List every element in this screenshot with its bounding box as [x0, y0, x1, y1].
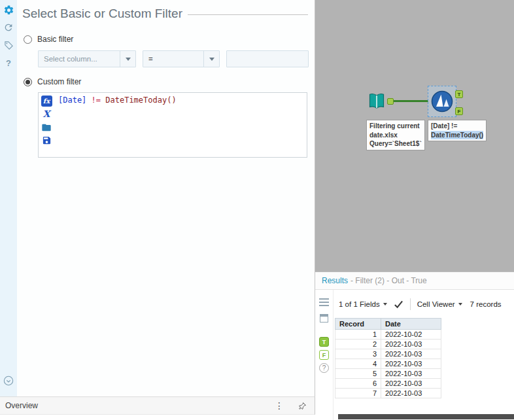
tag-icon[interactable]: [2, 39, 15, 52]
record-cell[interactable]: 4: [335, 359, 381, 369]
input-data-tool[interactable]: [366, 91, 387, 112]
true-output-anchor[interactable]: T: [455, 90, 463, 98]
filter-tool-icon: [430, 90, 454, 113]
true-anchor-label: T: [458, 92, 461, 97]
results-icon-strip: T F ?: [315, 290, 334, 420]
column-header-record[interactable]: Record: [335, 319, 381, 330]
folder-icon[interactable]: [41, 122, 52, 133]
basic-filter-label: Basic filter: [37, 35, 73, 44]
config-body: Select Basic or Custom Filter Basic filt…: [17, 0, 315, 396]
x-glyph: X: [43, 109, 50, 119]
chevron-down-icon: [383, 303, 387, 306]
cell-viewer-dropdown[interactable]: Cell Viewer: [417, 300, 462, 308]
chevron-down-icon: [458, 303, 462, 306]
annotation-line-1: [Date] !=: [431, 122, 483, 131]
title-divider: [188, 14, 308, 15]
date-cell[interactable]: 2022-10-03: [381, 379, 441, 389]
table-row: 52022-10-03: [335, 369, 441, 379]
date-cell[interactable]: 2022-10-03: [381, 359, 441, 369]
filter-configuration-panel: ? Select Basic or Custom Filter Basic fi…: [0, 0, 315, 396]
results-subtitle: - Filter (2) - Out - True: [351, 276, 427, 285]
basic-filter-controls: Select column... =: [38, 50, 315, 67]
expression-text-area[interactable]: [Date] != DateTimeToday(): [54, 93, 307, 157]
help-tab-icon[interactable]: ?: [319, 363, 329, 373]
date-cell[interactable]: 2022-10-02: [381, 330, 441, 340]
radio-circle-selected[interactable]: [24, 78, 32, 86]
filter-tool-annotation[interactable]: [Date] != DateTimeToday(): [428, 120, 487, 141]
radio-circle-unselected[interactable]: [24, 35, 32, 44]
gear-icon[interactable]: [2, 3, 15, 16]
record-cell[interactable]: 7: [335, 389, 381, 398]
false-output-tab[interactable]: F: [319, 350, 329, 360]
overview-tab[interactable]: Overview: [5, 401, 38, 410]
connection-line[interactable]: [394, 100, 428, 102]
table-row: 42022-10-03: [335, 359, 441, 369]
filter-tool-selected[interactable]: [428, 86, 456, 117]
results-header: Results - Filter (2) - Out - True: [315, 272, 514, 290]
fx-glyph: fx: [43, 97, 50, 105]
toolbar-divider: [410, 298, 411, 310]
column-header-date[interactable]: Date: [381, 319, 441, 330]
expression-column-token: [Date]: [58, 96, 86, 105]
record-cell[interactable]: 2: [335, 340, 381, 349]
config-icon-strip: ?: [0, 0, 17, 396]
basic-filter-radio[interactable]: Basic filter: [24, 35, 315, 44]
checkmark-icon[interactable]: [394, 300, 403, 309]
table-row: 62022-10-03: [335, 379, 441, 389]
cell-viewer-label: Cell Viewer: [417, 300, 455, 308]
table-row: 72022-10-03: [335, 389, 441, 398]
column-select-placeholder: Select column...: [39, 55, 120, 63]
expression-operator-token: !=: [86, 96, 105, 105]
columns-variables-icon[interactable]: X: [43, 109, 50, 120]
help-icon[interactable]: ?: [2, 56, 15, 69]
fields-dropdown-label: 1 of 1 Fields: [339, 300, 380, 308]
more-options-icon[interactable]: ⋮: [275, 401, 284, 410]
false-anchor-label: F: [458, 109, 461, 114]
date-cell[interactable]: 2022-10-03: [381, 389, 441, 398]
operator-select[interactable]: =: [143, 50, 220, 67]
table-row: 22022-10-03: [335, 340, 441, 349]
workflow-canvas[interactable]: T F Filtering current date.xlsx Query=`S…: [315, 0, 514, 271]
output-anchor[interactable]: [387, 98, 394, 105]
custom-filter-radio[interactable]: Custom filter: [24, 77, 315, 86]
chevron-down-icon[interactable]: [120, 51, 135, 67]
horizontal-scrollbar[interactable]: [338, 414, 514, 419]
results-title: Results: [322, 276, 348, 285]
record-cell[interactable]: 6: [335, 379, 381, 389]
date-cell[interactable]: 2022-10-03: [381, 340, 441, 349]
save-icon[interactable]: [41, 135, 52, 146]
column-select[interactable]: Select column...: [38, 50, 136, 67]
date-cell[interactable]: 2022-10-03: [381, 369, 441, 379]
fields-dropdown[interactable]: 1 of 1 Fields: [339, 300, 387, 308]
table-row: 32022-10-03: [335, 349, 441, 359]
true-output-tab[interactable]: T: [319, 337, 329, 347]
record-count: 7 records: [470, 300, 502, 308]
annotation-line-2: DateTimeToday(): [431, 131, 483, 140]
functions-icon[interactable]: fx: [41, 96, 52, 107]
record-cell[interactable]: 3: [335, 349, 381, 359]
title-row: Select Basic or Custom Filter: [22, 7, 308, 21]
refresh-icon[interactable]: [2, 21, 15, 34]
filter-value-input[interactable]: [226, 50, 309, 67]
input-tool-annotation[interactable]: Filtering current date.xlsx Query=`Sheet…: [366, 120, 425, 150]
help-tab-label: ?: [322, 364, 326, 372]
date-cell[interactable]: 2022-10-03: [381, 349, 441, 359]
false-output-anchor[interactable]: F: [455, 107, 463, 115]
question-mark-glyph: ?: [6, 58, 11, 68]
collapse-panel-icon[interactable]: [2, 374, 15, 387]
grid-view-icon[interactable]: [320, 314, 328, 323]
results-body: T F ? 1 of 1 Fields Cell Viewer: [315, 290, 514, 420]
results-main: 1 of 1 Fields Cell Viewer 7 records: [334, 290, 514, 420]
results-table: Record Date 12022-10-02 22022-10-03 3202…: [335, 318, 441, 398]
record-cell[interactable]: 5: [335, 369, 381, 379]
table-header-row: Record Date: [335, 319, 441, 330]
expression-function-token: DateTimeToday(): [105, 96, 176, 105]
list-icon[interactable]: [319, 298, 329, 306]
chevron-down-icon[interactable]: [203, 51, 219, 67]
record-cell[interactable]: 1: [335, 330, 381, 340]
expression-editor: fx X [Date] != DateTimeToday(): [38, 92, 307, 158]
true-tab-label: T: [322, 339, 326, 345]
expression-toolbar: fx X: [39, 93, 54, 157]
pin-icon[interactable]: [298, 402, 307, 410]
alteryx-designer-window: ? Select Basic or Custom Filter Basic fi…: [0, 0, 514, 420]
